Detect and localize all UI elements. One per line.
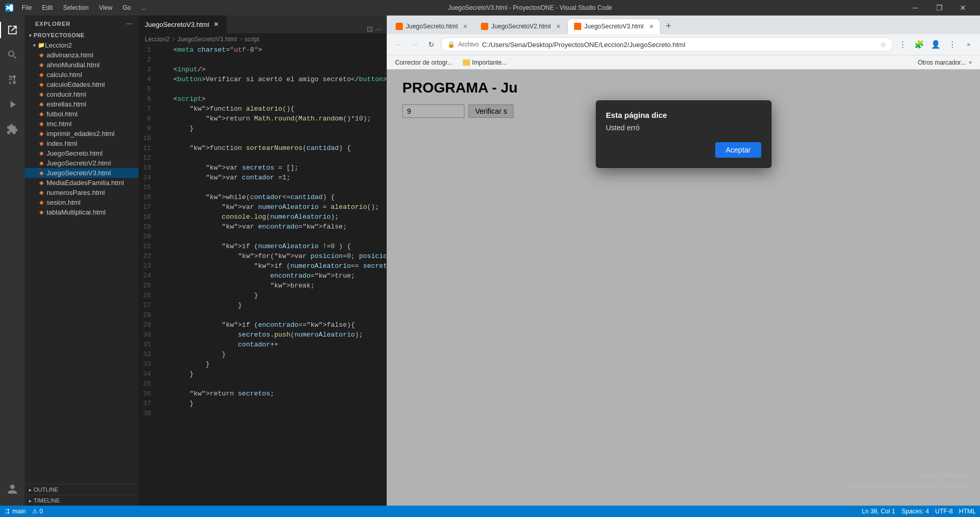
html-file-icon: ◆ — [39, 150, 43, 157]
editor-tab-active[interactable]: JuegoSecretoV3.html ✕ — [139, 16, 227, 33]
more-nav-icon[interactable]: ⋮ — [945, 37, 959, 52]
sidebar-title: EXPLORER — [35, 21, 71, 27]
menu-view[interactable]: View — [95, 3, 116, 12]
sidebar-file-item[interactable]: ◆sesion.html — [25, 197, 139, 207]
sidebar-file-item[interactable]: ◆calculoEdades.html — [25, 80, 139, 89]
restore-button[interactable]: ❐ — [927, 0, 951, 16]
sidebar-file-item[interactable]: ◆JuegoSecreto.html — [25, 148, 139, 158]
status-spaces[interactable]: Spaces: 4 — [901, 508, 929, 515]
sidebar-file-item[interactable]: ◆futbol.html — [25, 109, 139, 119]
watermark-line2: Ve a Configuración para activar Windows. — [845, 480, 970, 491]
customize-icon[interactable]: ⋮ — [895, 37, 910, 52]
code-line-row: 1 <meta charset="utf-8"> — [139, 45, 386, 55]
status-errors[interactable]: ⚠ 0 — [32, 508, 43, 515]
minimize-button[interactable]: ─ — [903, 0, 927, 16]
breadcrumb-leccion2[interactable]: Leccion2 — [145, 36, 170, 43]
sidebar-file-item[interactable]: ◆imc.html — [25, 119, 139, 129]
browser-tab-0[interactable]: JuegoSecreto.html ✕ — [389, 19, 474, 34]
outline-section[interactable]: ▸ OUTLINE — [25, 484, 139, 495]
sidebar-project[interactable]: ▾ PROYECTOSONE — [25, 30, 139, 39]
sidebar-file-item[interactable]: ◆index.html — [25, 139, 139, 148]
bookmark-others[interactable]: Otros marcador... » — [914, 58, 976, 67]
file-name: JuegoSecreto.html — [47, 149, 102, 157]
browser-tab-close-icon[interactable]: ✕ — [649, 23, 654, 30]
browser-tab-1[interactable]: JuegoSecretoV2.html ✕ — [474, 19, 567, 34]
sidebar-file-item[interactable]: ◆JuegoSecretoV2.html — [25, 158, 139, 168]
bookmark-important-label: Importante... — [472, 59, 507, 66]
code-content: secretos.push(numeroAleatorio); — [157, 330, 363, 340]
file-name: JuegoSecretoV3.html — [47, 169, 111, 177]
menu-go[interactable]: Go — [118, 3, 135, 12]
bookmark-spellcheck[interactable]: Corrector de ortogr... — [391, 58, 457, 67]
split-editor-icon[interactable]: ⊡ — [367, 25, 373, 33]
bookmark-star-icon[interactable]: ☆ — [880, 41, 886, 49]
reload-button[interactable]: ↻ — [424, 37, 439, 52]
forward-button[interactable]: → — [408, 37, 422, 52]
close-button[interactable]: ✕ — [951, 0, 975, 16]
code-line-row: 9 } — [139, 124, 386, 133]
status-branch[interactable]: main — [4, 508, 26, 515]
menu-more[interactable]: ... — [137, 3, 150, 12]
bookmark-important[interactable]: Importante... — [459, 58, 511, 67]
code-content: "kw">var contador =1; — [157, 173, 291, 183]
tabs-bar: JuegoSecretoV3.html ✕ ⊡ ··· — [139, 16, 386, 34]
code-content: "kw">function sortearNumeros(cantidad) { — [157, 143, 351, 153]
status-language[interactable]: HTML — [959, 508, 976, 515]
html-file-icon: ◆ — [39, 130, 43, 137]
tabs-right: ⊡ ··· — [363, 25, 386, 33]
browser-tab-label: JuegoSecreto.html — [406, 23, 458, 30]
activity-account[interactable] — [0, 477, 25, 501]
code-editor[interactable]: 1 <meta charset="utf-8">23 <input/>4 <bu… — [139, 45, 386, 506]
back-button[interactable]: ← — [391, 37, 405, 52]
sidebar-file-item[interactable]: ◆JuegoSecretoV3.html — [25, 168, 139, 178]
code-line-row: 4 <button>Verificar si acertó el amigo s… — [139, 74, 386, 84]
activity-run[interactable] — [0, 92, 25, 117]
browser-tab-close-icon[interactable]: ✕ — [556, 23, 561, 30]
activity-search[interactable] — [0, 42, 25, 67]
code-content: "kw">return Math.round(Math.random()*10)… — [157, 114, 371, 124]
new-tab-button[interactable]: + — [662, 20, 675, 32]
activity-extensions[interactable] — [0, 117, 25, 142]
menu-bar[interactable]: File Edit Selection View Go ... — [18, 3, 150, 12]
extensions-icon[interactable]: 🧩 — [912, 37, 926, 52]
sidebar-more-icon[interactable]: ··· — [126, 21, 132, 27]
menu-file[interactable]: File — [18, 3, 36, 12]
profile-icon[interactable]: 👤 — [928, 37, 943, 52]
line-number: 31 — [139, 340, 157, 349]
sidebar-file-item[interactable]: ◆calculo.html — [25, 70, 139, 80]
status-encoding[interactable]: UTF-8 — [935, 508, 953, 515]
timeline-section[interactable]: ▸ TIMELINE — [25, 495, 139, 506]
line-number: 24 — [139, 271, 157, 281]
tab-close-icon[interactable]: ✕ — [212, 20, 220, 28]
dialog-accept-button[interactable]: Aceptar — [715, 142, 761, 158]
sidebar-file-item[interactable]: ◆numerosPares.html — [25, 188, 139, 197]
browser-tab-2[interactable]: JuegoSecretoV3.html ✕ — [567, 19, 660, 34]
address-bar[interactable]: 🔒 Archivo C:/Users/Sena/Desktop/Proyecto… — [441, 37, 893, 52]
code-content: "kw">var numeroAleatorio = aleatorio(); — [157, 202, 379, 212]
line-number: 17 — [139, 202, 157, 212]
sidebar-file-item[interactable]: ◆adivinanza.html — [25, 50, 139, 60]
sidebar-file-item[interactable]: ◆ahnoMundial.html — [25, 60, 139, 70]
code-content: "kw">if (encontrado=="kw">false){ — [157, 320, 355, 330]
browser-tab-close-icon[interactable]: ✕ — [463, 23, 468, 30]
breadcrumb-file[interactable]: JuegoSecretoV3.html — [177, 36, 237, 43]
breadcrumb-script[interactable]: script — [245, 36, 260, 43]
sidebar-file-item[interactable]: ◆imprimir_edades2.html — [25, 129, 139, 139]
dialog-box: Esta página dice Usted erró Aceptar — [596, 100, 772, 168]
sidebar-file-item[interactable]: ◆conducir.html — [25, 89, 139, 99]
activity-source-control[interactable] — [0, 67, 25, 92]
line-number: 15 — [139, 183, 157, 192]
menu-edit[interactable]: Edit — [38, 3, 57, 12]
editor-more-icon[interactable]: ··· — [376, 25, 382, 33]
sidebar-folder[interactable]: ▾ 📁 Leccion2 — [25, 39, 139, 50]
sidebar-file-item[interactable]: ◆tablaMultiplicar.html — [25, 207, 139, 217]
window-controls[interactable]: ─ ❐ ✕ — [903, 0, 975, 16]
code-line-row: 26 } — [139, 291, 386, 300]
menu-selection[interactable]: Selection — [59, 3, 93, 12]
dialog-title: Esta página dice — [606, 111, 761, 119]
sidebar-file-item[interactable]: ◆MediaEdadesFamilia.html — [25, 178, 139, 188]
code-content: "kw">if (numeroAleatorio== secretos[ — [157, 261, 386, 271]
activity-explorer[interactable] — [0, 18, 25, 42]
extra-icon[interactable]: » — [961, 37, 976, 52]
sidebar-file-item[interactable]: ◆estrellas.html — [25, 99, 139, 109]
